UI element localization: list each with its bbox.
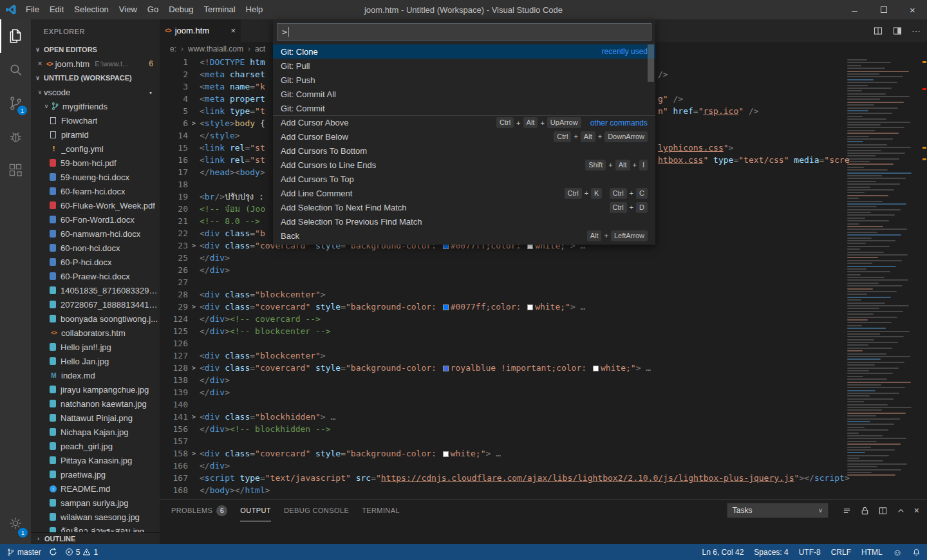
palette-item[interactable]: Add Line CommentCtrl+K Ctrl+C — [273, 186, 655, 200]
status-item[interactable]: UTF-8 — [799, 548, 821, 557]
palette-item[interactable]: Add Cursor AboveCtrl+Alt+UpArrowother co… — [273, 115, 655, 129]
clear-output-icon[interactable] — [842, 506, 852, 516]
tree-item[interactable]: Nichapa Kajan.jpg — [31, 425, 160, 439]
tree-item[interactable]: peach_girl.jpg — [31, 439, 160, 453]
code-line[interactable]: 124</div><!-- covercard --> — [160, 313, 927, 325]
tree-item[interactable]: praetiwa.jpg — [31, 467, 160, 481]
activity-debug[interactable] — [0, 120, 31, 153]
tree-item[interactable]: Hello Jan.jpg — [31, 354, 160, 368]
code-line[interactable]: 141><div class="blockhidden"> … — [160, 411, 927, 423]
code-line[interactable]: 128><div class="covercard" style="backgr… — [160, 362, 927, 374]
breadcrumb-item[interactable]: act — [255, 44, 265, 53]
code-line[interactable]: 125</div><!-- blockcenter --> — [160, 325, 927, 337]
code-line[interactable]: 25</div> — [160, 252, 927, 264]
status-item[interactable]: CRLF — [831, 548, 851, 557]
tree-item[interactable]: 14051835_87160833298... — [31, 283, 160, 297]
tree-item[interactable]: 59-bom-hci.pdf — [31, 156, 160, 170]
tree-item[interactable]: wilaiwan saesong.jpg — [31, 510, 160, 524]
status-item[interactable]: HTML — [861, 548, 883, 557]
tree-item[interactable]: ∨vscode● — [31, 85, 160, 99]
tree-item[interactable]: Mindex.md — [31, 368, 160, 382]
tree-item[interactable]: 60-namwarn-hci.docx — [31, 227, 160, 241]
tree-item[interactable]: 59-nueng-hci.docx — [31, 170, 160, 184]
feedback-smiley-icon[interactable]: ☺ — [893, 547, 902, 557]
tree-item[interactable]: Nattawut Pinjai.png — [31, 411, 160, 425]
close-icon[interactable]: × — [230, 26, 236, 35]
close-panel-icon[interactable]: × — [914, 505, 919, 516]
palette-item[interactable]: Add Selection To Next Find MatchCtrl+D — [273, 200, 655, 214]
code-line[interactable]: 139</div> — [160, 386, 927, 398]
activity-extensions[interactable] — [0, 153, 31, 187]
tab-joom-htm[interactable]: <> joom.htm × — [160, 19, 241, 42]
split-panel-icon[interactable] — [878, 506, 888, 516]
activity-source-control[interactable]: 1 — [0, 86, 31, 120]
code-line[interactable]: 158><div class="covercard" style="backgr… — [160, 447, 927, 460]
tree-item[interactable]: 20728067_18888134413... — [31, 297, 160, 312]
maximize-button[interactable] — [869, 0, 898, 19]
palette-scrollbar[interactable] — [648, 44, 654, 82]
palette-item[interactable]: Git: Clonerecently used — [273, 44, 655, 59]
palette-item[interactable]: Add Cursors to Line EndsShift+Alt+I — [273, 158, 655, 172]
lock-scroll-icon[interactable] — [860, 506, 870, 516]
close-icon[interactable]: × — [36, 59, 44, 68]
activity-settings[interactable]: 1 — [0, 507, 31, 540]
palette-item[interactable]: Git: Pull — [273, 59, 655, 73]
breadcrumb-item[interactable]: e: — [170, 44, 176, 53]
tree-item[interactable]: boonyada soongtiwong.j... — [31, 312, 160, 326]
tree-item[interactable]: !_config.yml — [31, 142, 160, 156]
breadcrumb-item[interactable]: www.thaiall.com — [188, 44, 243, 53]
tree-item[interactable]: <>collaborators.htm — [31, 326, 160, 340]
code-line[interactable]: 26</div> — [160, 264, 927, 276]
tree-item[interactable]: Hello jan!!.jpg — [31, 340, 160, 354]
open-editor-item[interactable]: × <> joom.htm E:\www.t... 6 — [31, 57, 160, 71]
palette-item[interactable]: Git: Commit All — [273, 87, 655, 101]
menu-edit[interactable]: Edit — [44, 0, 69, 19]
open-editors-header[interactable]: ∨ OPEN EDITORS — [31, 42, 160, 57]
tab-output[interactable]: OUTPUT — [240, 499, 271, 521]
minimize-button[interactable]: – — [840, 0, 869, 19]
code-line[interactable]: 156</div><!-- blockhidden --> — [160, 423, 927, 435]
tree-item[interactable]: Flowchart — [31, 113, 160, 127]
split-editor-icon[interactable] — [873, 26, 883, 36]
activity-explorer[interactable] — [0, 19, 31, 53]
status-item[interactable]: Ln 6, Col 42 — [702, 548, 744, 557]
tree-item[interactable]: 60-fearn-hci.docx — [31, 184, 160, 198]
menu-debug[interactable]: Debug — [164, 0, 198, 19]
activity-search[interactable] — [0, 53, 31, 86]
menu-file[interactable]: File — [21, 0, 44, 19]
palette-item[interactable]: BackAlt+LeftArrow — [273, 229, 655, 243]
outline-section[interactable]: › OUTLINE — [31, 532, 160, 544]
tree-item[interactable]: natchanon kaewtan.jpg — [31, 397, 160, 411]
output-channel-select[interactable]: Tasks ∨ — [727, 503, 829, 518]
tree-item[interactable]: sampan suriya.jpg — [31, 496, 160, 510]
tree-item[interactable]: iREADME.md — [31, 481, 160, 496]
status-item[interactable]: Spaces: 4 — [754, 548, 788, 557]
problems-status[interactable]: 5 1 — [65, 548, 98, 557]
minimap[interactable] — [845, 56, 922, 499]
maximize-panel-icon[interactable] — [896, 506, 906, 516]
palette-item[interactable]: Git: Push — [273, 73, 655, 87]
tab-terminal[interactable]: TERMINAL — [362, 499, 400, 521]
menu-go[interactable]: Go — [142, 0, 164, 19]
code-line[interactable]: 167<script type="text/javascript" src="h… — [160, 472, 927, 484]
more-actions-icon[interactable]: ··· — [912, 26, 921, 36]
notifications-bell-icon[interactable] — [912, 548, 921, 557]
code-line[interactable]: 138</div> — [160, 374, 927, 386]
tree-item[interactable]: Pittaya Kanasin.jpg — [31, 453, 160, 467]
code-line[interactable]: 27 — [160, 276, 927, 288]
tree-item[interactable]: 60-Praew-hci.docx — [31, 269, 160, 283]
tree-item[interactable]: piramid — [31, 127, 160, 142]
tree-item[interactable]: 60-Fon-Word1.docx — [31, 212, 160, 227]
sync-status[interactable] — [49, 548, 57, 556]
code-line[interactable]: 28<div class="blockcenter"> — [160, 288, 927, 301]
palette-item[interactable]: Add Cursors To Top — [273, 172, 655, 186]
palette-item[interactable]: Add Cursor BelowCtrl+Alt+DownArrow — [273, 129, 655, 144]
palette-item[interactable]: Add Selection To Previous Find Match — [273, 214, 655, 229]
menu-view[interactable]: View — [114, 0, 142, 19]
tree-item[interactable]: ∨mygitfriends — [31, 99, 160, 113]
code-line[interactable]: 126 — [160, 337, 927, 350]
code-line[interactable]: 140 — [160, 398, 927, 411]
code-line[interactable]: 157 — [160, 435, 927, 447]
close-button[interactable]: × — [898, 0, 927, 19]
menu-help[interactable]: Help — [241, 0, 268, 19]
